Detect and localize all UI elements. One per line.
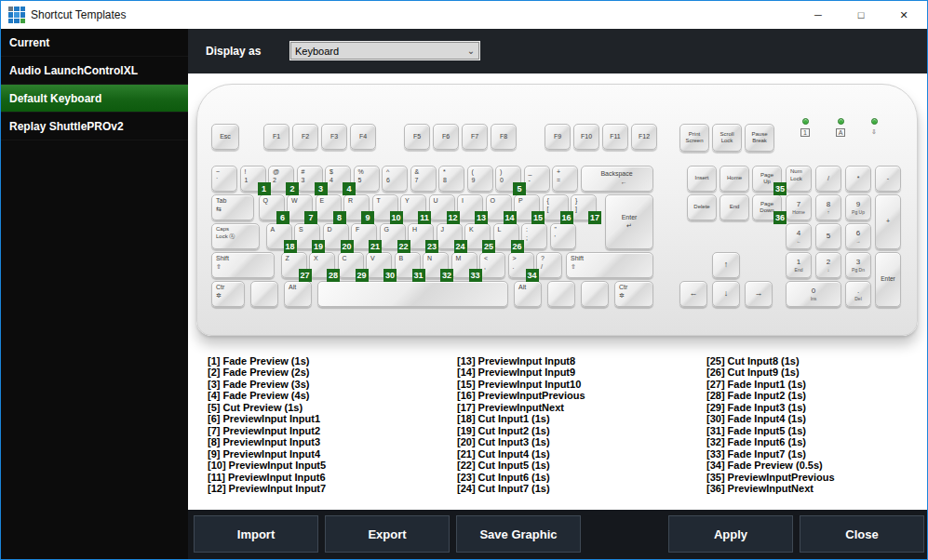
key-sublabel: → xyxy=(856,239,861,244)
key-np-3: 3Pg Dn xyxy=(845,252,871,278)
key-page-up: Page Up35 xyxy=(752,166,782,192)
key-np-8: 8↑ xyxy=(815,194,841,220)
key-minus: _ - xyxy=(524,166,550,192)
key-u: U12 xyxy=(429,194,455,220)
shortcut-entry: [6] PreviewInput Input1 xyxy=(208,413,450,424)
key-g: G22 xyxy=(380,223,406,249)
led-dot xyxy=(802,118,809,125)
close-button[interactable]: Close xyxy=(800,515,924,553)
key-6: ^ 6 xyxy=(382,166,408,192)
shortcut-entry: [31] Fade Input5 (1s) xyxy=(706,425,928,436)
key-np-2: 2↓ xyxy=(815,252,841,278)
shortcut-badge-2: 2 xyxy=(286,182,299,195)
key-sublabel: Del xyxy=(854,297,862,301)
led-dot xyxy=(871,118,878,125)
key-np-0: 0Ins xyxy=(786,281,841,307)
key-arrow-down: ↓ xyxy=(712,281,740,307)
minimize-icon[interactable]: ─ xyxy=(797,1,840,29)
display-as-dropdown[interactable]: Keyboard ⌄ xyxy=(289,41,480,60)
shortcut-badge-23: 23 xyxy=(425,240,438,253)
shortcut-badge-17: 17 xyxy=(588,211,601,224)
key-ctrl-left: Ctr ✲ xyxy=(211,281,245,307)
shortcut-entry: [30] Fade Input4 (1s) xyxy=(706,413,928,424)
shortcut-badge-9: 9 xyxy=(361,211,374,224)
shortcut-badge-31: 31 xyxy=(412,269,425,282)
key-win-right xyxy=(547,281,575,307)
led-scroll-lock: ⇩ xyxy=(866,118,882,135)
shortcut-badge-34: 34 xyxy=(526,269,539,282)
app-icon-square xyxy=(8,12,13,17)
shortcut-badge-25: 25 xyxy=(482,240,495,253)
key-equals: + = xyxy=(552,166,578,192)
shortcut-entry: [8] PreviewInput Input3 xyxy=(208,436,450,447)
app-icon xyxy=(8,7,25,23)
key-q: Q6 xyxy=(259,194,285,220)
key-bracket-close: } ]17 xyxy=(571,194,597,220)
key-9: ( 9 xyxy=(467,166,493,192)
key-sublabel: ← xyxy=(797,239,801,244)
dropdown-value: Keyboard xyxy=(290,46,463,57)
key-np-multiply: * xyxy=(845,166,871,192)
key-pause-break: Pause Break xyxy=(745,124,774,152)
key-win-left xyxy=(250,281,278,307)
shortcut-badge-28: 28 xyxy=(327,269,340,282)
shortcut-badge-13: 13 xyxy=(475,211,488,224)
shortcut-entry: [26] Cut Input9 (1s) xyxy=(706,367,928,378)
key-sublabel: ↓ xyxy=(827,268,830,273)
shortcut-badge-1: 1 xyxy=(258,182,271,195)
key-f8: F8 xyxy=(491,124,517,150)
save-graphic-button[interactable]: Save Graphic xyxy=(456,515,581,553)
shortcut-badge-8: 8 xyxy=(333,211,346,224)
import-button[interactable]: Import xyxy=(194,515,318,553)
key-np-5: 5 xyxy=(815,223,841,249)
key-backtick: ~ ` xyxy=(211,166,237,192)
key-space xyxy=(317,281,508,307)
key-w: W7 xyxy=(287,194,313,220)
key-sublabel: ↑ xyxy=(827,210,830,215)
maximize-icon[interactable]: □ xyxy=(840,1,882,29)
key-j: J24 xyxy=(437,223,463,249)
app-icon-square xyxy=(20,12,25,17)
shortcut-entry: [22] Cut Input5 (1s) xyxy=(457,460,699,471)
key-a: A18 xyxy=(266,223,292,249)
sidebar-item-replay-shuttleprov2[interactable]: Replay ShuttlePROv2 xyxy=(1,113,188,140)
shortcut-badge-18: 18 xyxy=(284,240,297,253)
led-caps-lock: A xyxy=(832,118,849,137)
shortcut-entry: [16] PreviewInputPrevious xyxy=(457,390,699,401)
shortcut-badge-24: 24 xyxy=(454,240,467,253)
app-icon-square xyxy=(14,7,19,11)
shortcut-badge-33: 33 xyxy=(469,269,482,282)
key-np-divide: / xyxy=(815,166,841,192)
shortcut-entry: [19] Cut Input2 (1s) xyxy=(457,425,699,436)
key-home: Home xyxy=(720,166,749,192)
close-icon[interactable]: ✕ xyxy=(882,1,925,29)
shortcut-badge-30: 30 xyxy=(383,269,397,282)
keyboard-graphic: EscF1F2F3F4F5F6F7F8F9F10F11F12Print Scre… xyxy=(196,84,918,336)
key-b: B31 xyxy=(395,252,421,278)
apply-button[interactable]: Apply xyxy=(668,515,793,553)
key-x: X28 xyxy=(309,252,335,278)
shortcut-badge-7: 7 xyxy=(304,211,317,224)
shortcut-entry: [17] PreviewInputNext xyxy=(457,402,699,413)
sidebar-item-audio-launchcontrolxl[interactable]: Audio LaunchControlXL xyxy=(1,57,188,85)
shortcut-badge-20: 20 xyxy=(341,240,354,253)
led-symbol: ⇩ xyxy=(871,128,877,135)
sidebar-item-current[interactable]: Current xyxy=(1,29,188,57)
shortcut-templates-window: Shortcut Templates ─ □ ✕ CurrentAudio La… xyxy=(0,0,928,560)
shortcut-entry: [2] Fade Preview (2s) xyxy=(208,367,450,378)
key-f12: F12 xyxy=(631,124,657,150)
key-np-4: 4← xyxy=(786,223,812,249)
key-page-down: Page Down36 xyxy=(752,194,782,220)
export-button[interactable]: Export xyxy=(325,515,450,553)
key-s: S19 xyxy=(294,223,320,249)
shortcut-badge-19: 19 xyxy=(312,240,325,253)
key-enter: Enter ↵ xyxy=(605,194,653,249)
key-menu xyxy=(581,281,609,307)
shortcut-badge-12: 12 xyxy=(447,211,460,224)
key-np-7: 7Home xyxy=(786,194,812,220)
shortcut-badge-21: 21 xyxy=(369,240,382,253)
key-ctrl-right: Ctr ✲ xyxy=(614,281,653,307)
shortcut-badge-32: 32 xyxy=(440,269,453,282)
app-icon-square xyxy=(14,19,19,23)
sidebar-item-default-keyboard[interactable]: Default Keyboard xyxy=(1,85,188,113)
